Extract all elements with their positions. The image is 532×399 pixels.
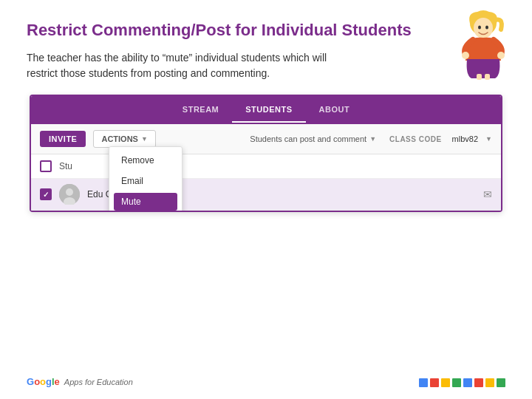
tab-stream[interactable]: STREAM	[169, 98, 232, 123]
student-list-header: Stu	[31, 154, 501, 179]
dropdown-remove[interactable]: Remove	[109, 150, 182, 171]
students-can-post-control[interactable]: Students can post and comment ▼	[250, 134, 376, 143]
color-sq-6	[474, 378, 483, 387]
teacher-illustration	[457, 9, 510, 83]
student-header-label: Stu	[59, 161, 72, 171]
actions-dropdown-arrow: ▼	[141, 135, 148, 143]
invite-button[interactable]: INVITE	[40, 131, 86, 147]
tab-students[interactable]: STUDENTS	[232, 98, 305, 123]
page-title: Restrict Commenting/Post for Individual …	[27, 21, 505, 40]
svg-point-2	[478, 26, 481, 30]
svg-point-5	[497, 52, 505, 59]
email-icon[interactable]: ✉	[483, 188, 492, 200]
nav-bar: STREAM STUDENTS ABOUT	[31, 96, 501, 124]
post-dropdown-arrow: ▼	[369, 135, 376, 143]
color-sq-2	[430, 378, 439, 387]
action-bar: INVITE ACTIONS ▼ Remove Email Mute Stude…	[31, 124, 501, 154]
slide: Restrict Commenting/Post for Individual …	[0, 0, 532, 399]
tab-about[interactable]: ABOUT	[306, 98, 364, 123]
svg-rect-7	[485, 74, 490, 80]
student-list: Stu ✓ Edu Cafe ✉	[31, 154, 501, 211]
avatar	[59, 184, 80, 205]
color-sq-8	[497, 378, 505, 387]
actions-button[interactable]: ACTIONS ▼	[93, 130, 155, 148]
svg-rect-6	[477, 74, 482, 80]
bottom-bar: Google Apps for Education	[27, 376, 133, 387]
nav-tabs: STREAM STUDENTS ABOUT	[169, 98, 363, 123]
apps-for-education-text: Apps for Education	[64, 378, 133, 386]
select-all-checkbox[interactable]	[40, 160, 52, 172]
svg-point-9	[66, 188, 73, 196]
color-sq-5	[463, 378, 472, 387]
class-code-value: mlbv82	[452, 134, 478, 143]
svg-point-3	[485, 26, 488, 30]
svg-point-1	[474, 18, 493, 38]
google-logo: Google	[27, 376, 60, 387]
dropdown-mute[interactable]: Mute	[114, 193, 177, 211]
dropdown-email[interactable]: Email	[109, 171, 182, 191]
table-row: ✓ Edu Cafe ✉	[31, 179, 501, 211]
color-sq-3	[441, 378, 450, 387]
actions-label: ACTIONS	[101, 134, 138, 143]
description: The teacher has the ability to “mute” in…	[27, 50, 411, 81]
class-code-label: CLASS CODE	[389, 135, 442, 143]
color-sq-7	[485, 378, 494, 387]
color-sq-1	[419, 378, 428, 387]
student-checkbox[interactable]: ✓	[40, 188, 52, 200]
checkmark-icon: ✓	[43, 191, 49, 199]
class-code-arrow: ▼	[485, 135, 492, 143]
color-squares	[419, 378, 505, 387]
color-sq-4	[452, 378, 461, 387]
svg-point-4	[462, 52, 469, 59]
actions-dropdown-menu: Remove Email Mute	[109, 146, 183, 212]
classroom-mockup: STREAM STUDENTS ABOUT INVITE ACTIONS ▼ R…	[30, 95, 502, 212]
